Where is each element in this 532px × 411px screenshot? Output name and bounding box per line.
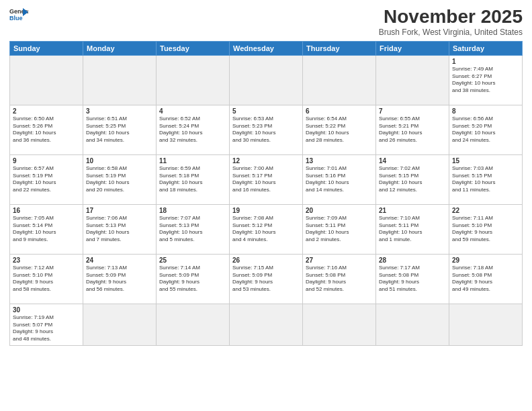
calendar-cell-w1-d4: 6Sunrise: 6:54 AM Sunset: 5:22 PM Daylig… <box>303 105 376 154</box>
day-number: 24 <box>86 257 153 264</box>
header: General Blue November 2025 Brush Fork, W… <box>9 7 523 37</box>
calendar-week-5: 30Sunrise: 7:19 AM Sunset: 5:07 PM Dayli… <box>10 304 523 345</box>
calendar-week-1: 2Sunrise: 6:50 AM Sunset: 5:26 PM Daylig… <box>10 105 523 154</box>
day-number: 22 <box>452 207 519 214</box>
calendar-cell-w2-d0: 9Sunrise: 6:57 AM Sunset: 5:19 PM Daylig… <box>10 154 83 204</box>
weekday-wednesday: Wednesday <box>230 41 303 55</box>
day-info: Sunrise: 6:50 AM Sunset: 5:26 PM Dayligh… <box>13 116 80 144</box>
logo: General Blue <box>9 7 28 21</box>
day-info: Sunrise: 7:16 AM Sunset: 5:08 PM Dayligh… <box>306 265 373 293</box>
location: Brush Fork, West Virginia, United States <box>379 28 523 37</box>
day-info: Sunrise: 6:51 AM Sunset: 5:25 PM Dayligh… <box>86 116 153 144</box>
calendar-cell-w2-d6: 15Sunrise: 7:03 AM Sunset: 5:15 PM Dayli… <box>449 154 523 204</box>
day-info: Sunrise: 7:01 AM Sunset: 5:16 PM Dayligh… <box>306 165 373 194</box>
day-info: Sunrise: 6:59 AM Sunset: 5:18 PM Dayligh… <box>159 165 226 194</box>
day-number: 2 <box>13 107 80 115</box>
day-info: Sunrise: 6:53 AM Sunset: 5:23 PM Dayligh… <box>232 116 300 144</box>
calendar-cell-w2-d3: 12Sunrise: 7:00 AM Sunset: 5:17 PM Dayli… <box>230 154 303 204</box>
day-number: 27 <box>306 257 373 264</box>
calendar-cell-w0-d5 <box>376 55 449 105</box>
svg-text:Blue: Blue <box>9 15 23 21</box>
calendar-cell-w0-d2 <box>157 55 230 105</box>
calendar-cell-w5-d1 <box>83 304 157 345</box>
calendar-cell-w5-d5 <box>376 304 449 345</box>
day-number: 19 <box>232 207 300 214</box>
day-number: 5 <box>232 107 300 115</box>
calendar-cell-w3-d1: 17Sunrise: 7:06 AM Sunset: 5:13 PM Dayli… <box>83 204 157 254</box>
day-number: 8 <box>452 107 519 115</box>
day-number: 18 <box>159 207 226 214</box>
calendar-cell-w4-d2: 25Sunrise: 7:14 AM Sunset: 5:09 PM Dayli… <box>157 254 230 304</box>
calendar-cell-w3-d5: 21Sunrise: 7:10 AM Sunset: 5:11 PM Dayli… <box>376 204 449 254</box>
weekday-header-row: SundayMondayTuesdayWednesdayThursdayFrid… <box>10 41 523 55</box>
calendar-cell-w4-d1: 24Sunrise: 7:13 AM Sunset: 5:09 PM Dayli… <box>83 254 157 304</box>
day-info: Sunrise: 7:17 AM Sunset: 5:08 PM Dayligh… <box>379 265 446 293</box>
calendar-cell-w0-d3 <box>230 55 303 105</box>
day-info: Sunrise: 7:15 AM Sunset: 5:09 PM Dayligh… <box>232 265 300 293</box>
day-number: 1 <box>452 58 519 65</box>
calendar-cell-w0-d1 <box>83 55 157 105</box>
day-number: 9 <box>13 157 80 165</box>
day-number: 23 <box>13 257 80 264</box>
calendar-cell-w4-d4: 27Sunrise: 7:16 AM Sunset: 5:08 PM Dayli… <box>303 254 376 304</box>
calendar-cell-w3-d2: 18Sunrise: 7:07 AM Sunset: 5:13 PM Dayli… <box>157 204 230 254</box>
weekday-sunday: Sunday <box>10 41 83 55</box>
day-number: 14 <box>379 157 446 165</box>
day-number: 4 <box>159 107 226 115</box>
calendar-cell-w3-d6: 22Sunrise: 7:11 AM Sunset: 5:10 PM Dayli… <box>449 204 523 254</box>
weekday-monday: Monday <box>83 41 157 55</box>
weekday-saturday: Saturday <box>449 41 523 55</box>
day-info: Sunrise: 7:18 AM Sunset: 5:08 PM Dayligh… <box>452 265 519 293</box>
calendar-cell-w1-d6: 8Sunrise: 6:56 AM Sunset: 5:20 PM Daylig… <box>449 105 523 154</box>
weekday-thursday: Thursday <box>303 41 376 55</box>
day-info: Sunrise: 7:06 AM Sunset: 5:13 PM Dayligh… <box>86 215 153 244</box>
day-number: 30 <box>13 306 80 314</box>
day-info: Sunrise: 7:14 AM Sunset: 5:09 PM Dayligh… <box>159 265 226 293</box>
day-number: 21 <box>379 207 446 214</box>
calendar-cell-w1-d5: 7Sunrise: 6:55 AM Sunset: 5:21 PM Daylig… <box>376 105 449 154</box>
calendar-cell-w0-d4 <box>303 55 376 105</box>
calendar-cell-w1-d1: 3Sunrise: 6:51 AM Sunset: 5:25 PM Daylig… <box>83 105 157 154</box>
day-info: Sunrise: 6:54 AM Sunset: 5:22 PM Dayligh… <box>306 116 373 144</box>
calendar-cell-w5-d3 <box>230 304 303 345</box>
day-number: 7 <box>379 107 446 115</box>
calendar-cell-w3-d0: 16Sunrise: 7:05 AM Sunset: 5:14 PM Dayli… <box>10 204 83 254</box>
calendar-week-3: 16Sunrise: 7:05 AM Sunset: 5:14 PM Dayli… <box>10 204 523 254</box>
day-number: 20 <box>306 207 373 214</box>
calendar-week-4: 23Sunrise: 7:12 AM Sunset: 5:10 PM Dayli… <box>10 254 523 304</box>
calendar-cell-w2-d1: 10Sunrise: 6:58 AM Sunset: 5:19 PM Dayli… <box>83 154 157 204</box>
calendar-cell-w4-d6: 29Sunrise: 7:18 AM Sunset: 5:08 PM Dayli… <box>449 254 523 304</box>
day-number: 15 <box>452 157 519 165</box>
calendar-cell-w5-d0: 30Sunrise: 7:19 AM Sunset: 5:07 PM Dayli… <box>10 304 83 345</box>
calendar-cell-w5-d4 <box>303 304 376 345</box>
day-info: Sunrise: 7:13 AM Sunset: 5:09 PM Dayligh… <box>86 265 153 293</box>
day-number: 25 <box>159 257 226 264</box>
day-info: Sunrise: 7:08 AM Sunset: 5:12 PM Dayligh… <box>232 215 300 244</box>
day-info: Sunrise: 7:07 AM Sunset: 5:13 PM Dayligh… <box>159 215 226 244</box>
weekday-friday: Friday <box>376 41 449 55</box>
calendar: SundayMondayTuesdayWednesdayThursdayFrid… <box>9 41 523 346</box>
day-number: 29 <box>452 257 519 264</box>
calendar-cell-w4-d5: 28Sunrise: 7:17 AM Sunset: 5:08 PM Dayli… <box>376 254 449 304</box>
calendar-week-2: 9Sunrise: 6:57 AM Sunset: 5:19 PM Daylig… <box>10 154 523 204</box>
day-info: Sunrise: 6:58 AM Sunset: 5:19 PM Dayligh… <box>86 165 153 194</box>
weekday-tuesday: Tuesday <box>157 41 230 55</box>
day-info: Sunrise: 7:19 AM Sunset: 5:07 PM Dayligh… <box>13 314 80 343</box>
calendar-cell-w5-d6 <box>449 304 523 345</box>
day-number: 17 <box>86 207 153 214</box>
day-info: Sunrise: 7:11 AM Sunset: 5:10 PM Dayligh… <box>452 215 519 244</box>
day-number: 13 <box>306 157 373 165</box>
calendar-cell-w2-d2: 11Sunrise: 6:59 AM Sunset: 5:18 PM Dayli… <box>157 154 230 204</box>
calendar-cell-w1-d0: 2Sunrise: 6:50 AM Sunset: 5:26 PM Daylig… <box>10 105 83 154</box>
calendar-cell-w1-d2: 4Sunrise: 6:52 AM Sunset: 5:24 PM Daylig… <box>157 105 230 154</box>
day-info: Sunrise: 7:02 AM Sunset: 5:15 PM Dayligh… <box>379 165 446 194</box>
day-number: 12 <box>232 157 300 165</box>
day-info: Sunrise: 6:56 AM Sunset: 5:20 PM Dayligh… <box>452 116 519 144</box>
day-number: 3 <box>86 107 153 115</box>
page: General Blue November 2025 Brush Fork, W… <box>0 0 532 411</box>
month-title: November 2025 <box>379 7 523 28</box>
day-info: Sunrise: 7:10 AM Sunset: 5:11 PM Dayligh… <box>379 215 446 244</box>
calendar-week-0: 1Sunrise: 7:49 AM Sunset: 6:27 PM Daylig… <box>10 55 523 105</box>
day-number: 28 <box>379 257 446 264</box>
calendar-cell-w3-d4: 20Sunrise: 7:09 AM Sunset: 5:11 PM Dayli… <box>303 204 376 254</box>
